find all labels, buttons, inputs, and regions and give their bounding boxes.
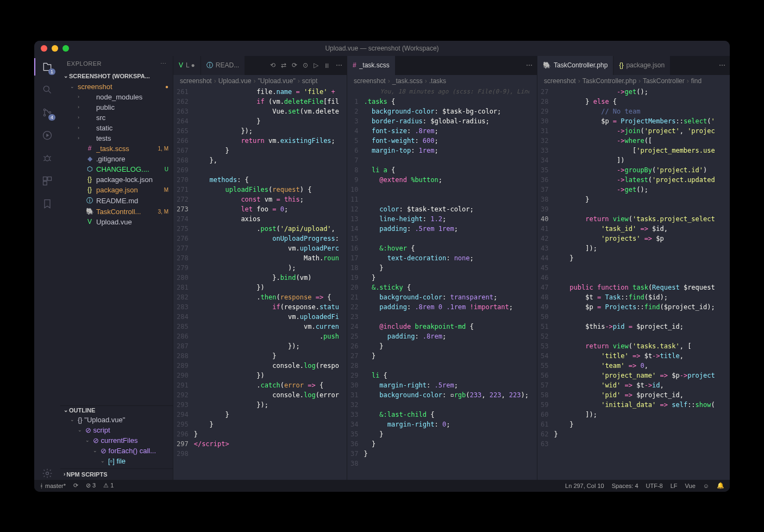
file-tree: ⌄screenshot● ›node_modules›public›src›st… [60,80,173,405]
tab-action-icon[interactable]: ⋯ [526,61,533,69]
folder-item[interactable]: ›src [60,112,173,123]
debug-icon[interactable] [41,129,54,142]
editor-tab[interactable]: #_task.scss [347,56,396,75]
npm-scripts-header[interactable]: ›NPM SCRIPTS [60,468,173,480]
code-editor[interactable]: 1234567891011121314151617181920212223242… [347,87,537,480]
workspace-header[interactable]: ⌄SCREENSHOT (WORKSPA... [60,72,173,80]
tab-bar: #_task.scss⋯ [347,56,537,75]
svg-rect-8 [43,181,47,185]
tab-actions: ⋯ [715,56,730,75]
editor-pane: 🐘TaskController.php{}package.json⋯screen… [537,56,730,480]
tab-action-icon[interactable]: ⟲ [270,61,275,69]
minimap[interactable] [339,87,347,480]
file-item[interactable]: ⓘREADME.md [60,195,173,206]
editor-tab[interactable]: VL ● [173,56,201,75]
editor-tab[interactable]: 🐘TaskController.php [537,56,613,75]
encoding[interactable]: UTF-8 [646,483,663,489]
source-control-icon[interactable]: 4 [41,106,54,119]
folder-item[interactable]: ›tests [60,133,173,143]
activity-bar: 1 4 [34,56,60,480]
root-folder[interactable]: ⌄screenshot● [60,82,173,92]
folder-item[interactable]: ›static [60,123,173,133]
extensions-icon[interactable] [41,174,54,187]
git-branch[interactable]: ᚼ master* [40,483,66,489]
tab-action-icon[interactable]: ⇄ [281,61,286,69]
tab-action-icon[interactable]: ▷ [314,61,318,69]
file-item[interactable]: 🐘TaskControll...3, M [60,206,173,217]
outline-item[interactable]: ⌄⊘ script [60,425,173,435]
status-bar: ᚼ master* ⟳ ⊘ 3 ⚠ 1 Ln 297, Col 10 Space… [34,480,730,492]
explorer-badge: 1 [48,68,55,75]
settings-icon[interactable] [41,467,54,480]
minimap[interactable] [722,87,730,480]
window-title: Upload.vue — screenshot (Workspace) [34,45,730,52]
file-item[interactable]: ◆.gitignore [60,154,173,164]
outline-item[interactable]: ⌄⊘ currentFiles [60,435,173,446]
sidebar-more-icon[interactable]: ⋯ [160,60,167,67]
code-editor[interactable]: 2728293031323334353637383940414243444546… [537,87,730,480]
svg-point-3 [49,111,51,113]
bookmark-icon[interactable] [41,197,54,210]
tab-action-icon[interactable]: ⊙ [303,61,308,69]
folder-item[interactable]: ›node_modules [60,92,173,102]
svg-rect-6 [43,177,47,180]
tab-bar: 🐘TaskController.php{}package.json⋯ [537,56,730,75]
breadcrumb[interactable]: screenshot › Upload.vue › "Upload.vue" ›… [173,75,347,87]
svg-point-0 [43,86,49,91]
tab-action-icon[interactable]: ⋯ [719,61,725,69]
zoom-window[interactable] [62,45,69,52]
tab-actions: ⟲⇄⟳⊙▷⫼⋯ [266,56,347,75]
file-item[interactable]: VUpload.vue [60,217,173,227]
file-item[interactable]: {}package-lock.json [60,174,173,185]
editor-tab[interactable]: {}package.json [613,56,671,75]
tab-actions: ⋯ [522,56,537,75]
outline-panel: ⌄OUTLINE ⌄{} "Upload.vue"⌄⊘ script⌄⊘ cur… [60,405,173,468]
language-mode[interactable]: Vue [685,483,696,489]
file-item[interactable]: ⬡CHANGELOG....U [60,164,173,174]
file-item[interactable]: {}package.jsonM [60,185,173,195]
svg-point-5 [45,156,49,160]
file-item[interactable]: #_task.scss1, M [60,143,173,154]
code-editor[interactable]: 2612622632642652662672682692702712722732… [173,87,347,480]
indentation[interactable]: Spaces: 4 [612,483,638,489]
editor-tab[interactable]: ⓘREAD... [201,56,245,75]
minimap[interactable] [529,87,537,480]
outline-item[interactable]: ⌄[▫] file [60,456,173,466]
errors-count[interactable]: ⊘ 3 [86,482,96,489]
tab-action-icon[interactable]: ⫼ [324,61,330,69]
scm-badge: 4 [48,114,55,121]
outline-item[interactable]: ⌄⊘ forEach() call... [60,446,173,456]
feedback-icon[interactable]: ☺ [703,483,709,489]
sync-icon[interactable]: ⟳ [73,482,78,489]
editor-group: VL ●ⓘREAD...⟲⇄⟳⊙▷⫼⋯screenshot › Upload.v… [173,56,730,480]
folder-item[interactable]: ›public [60,102,173,112]
search-icon[interactable] [41,83,54,96]
outline-item[interactable]: ⌄{} "Upload.vue" [60,415,173,425]
editor-pane: VL ●ⓘREAD...⟲⇄⟳⊙▷⫼⋯screenshot › Upload.v… [173,56,347,480]
sidebar-title: EXPLORER⋯ [60,56,173,72]
minimize-window[interactable] [52,45,58,52]
tab-action-icon[interactable]: ⟳ [292,61,297,69]
cursor-position[interactable]: Ln 297, Col 10 [565,483,604,489]
breadcrumb[interactable]: screenshot › _task.scss › .tasks [347,75,537,87]
breadcrumb[interactable]: screenshot › TaskController.php › TaskCo… [537,75,730,87]
close-window[interactable] [41,45,47,52]
traffic-lights [34,45,69,52]
eol[interactable]: LF [671,483,678,489]
explorer-icon[interactable]: 1 [41,60,54,73]
outline-header[interactable]: ⌄OUTLINE [60,406,173,415]
titlebar: Upload.vue — screenshot (Workspace) [34,41,730,56]
svg-point-9 [46,472,49,474]
tab-bar: VL ●ⓘREAD...⟲⇄⟳⊙▷⫼⋯ [173,56,347,75]
notifications-icon[interactable]: 🔔 [717,482,724,489]
svg-rect-7 [48,177,52,180]
svg-point-1 [43,109,45,110]
tab-action-icon[interactable]: ⋯ [336,61,342,69]
sidebar: EXPLORER⋯ ⌄SCREENSHOT (WORKSPA... ⌄scree… [60,56,173,480]
editor-pane: #_task.scss⋯screenshot › _task.scss › .t… [347,56,537,480]
bug-icon[interactable] [41,152,54,165]
app-window: Upload.vue — screenshot (Workspace) 1 4 [34,41,730,492]
svg-point-2 [43,114,45,116]
warnings-count[interactable]: ⚠ 1 [103,482,114,489]
